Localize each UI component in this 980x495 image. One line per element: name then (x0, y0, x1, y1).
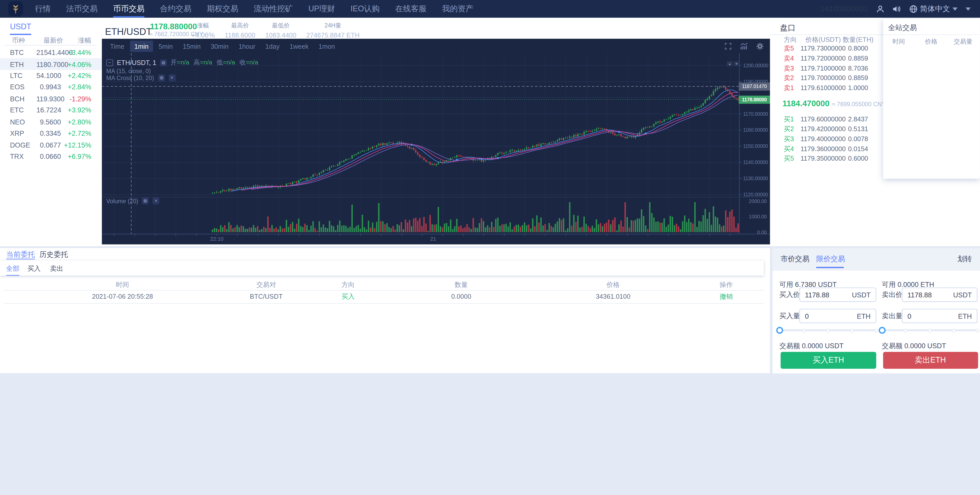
watchlist-header: 币种 (12, 36, 39, 45)
market-section: USDT 币种最新价涨幅 BTC21541.4400+3.44%ETH1180.… (0, 18, 980, 246)
interval-1week[interactable]: 1week (285, 40, 313, 51)
chevron-down-icon (953, 7, 958, 10)
ma-close-icon[interactable]: × (169, 74, 175, 81)
interval-15min[interactable]: 15min (178, 40, 205, 51)
ticker-stat: 最高价1188.6000 (225, 22, 255, 39)
slider-step-dot[interactable] (952, 329, 955, 332)
volume-settings-gear-icon[interactable] (142, 198, 149, 204)
nav-item-期权交易[interactable]: 期权交易 (207, 0, 238, 18)
interval-30min[interactable]: 30min (206, 40, 233, 51)
candlestick-plot[interactable]: 1200.000001190.000001170.000001160.00000… (102, 53, 770, 244)
watchlist-row-EOS[interactable]: EOS0.9943+2.84% (0, 81, 102, 93)
nav-item-币币交易[interactable]: 币币交易 (113, 0, 145, 18)
interval-1mon[interactable]: 1mon (314, 40, 339, 51)
svg-text:1120.00000: 1120.00000 (743, 192, 768, 197)
transfer-link[interactable]: 划转 (958, 248, 972, 270)
buy-eth-button[interactable]: 买入ETH (781, 352, 877, 369)
watchlist-row-ETH[interactable]: ETH1180.7000+4.06% (0, 59, 102, 70)
slider-step-dot[interactable] (976, 329, 979, 332)
language-selector[interactable]: 简体中文 (910, 3, 958, 14)
svg-text:1200.00000: 1200.00000 (743, 62, 768, 68)
filter-all[interactable]: 全部 (6, 260, 19, 275)
trade-tabs-bar: 市价交易 限价交易 划转 (773, 248, 980, 270)
globe-icon (910, 5, 918, 13)
indicator-icon[interactable] (740, 42, 748, 50)
kline-chart: Time1min5min15min30min1hour1day1week1mon… (102, 39, 770, 244)
buy-total: 交易额 0.0000 USDT (780, 341, 843, 351)
interval-Time[interactable]: Time (106, 40, 129, 51)
announcement-speaker-icon[interactable] (892, 5, 901, 13)
interval-1day[interactable]: 1day (261, 40, 284, 51)
slider-step-dot[interactable] (802, 329, 805, 332)
watchlist-row-BTC[interactable]: BTC21541.4400+3.44% (0, 47, 102, 59)
orders-section: 当前委托 历史委托 全部 买入 卖出 时间交易对方向数量价格操作 2021-07… (0, 248, 770, 373)
sell-price-unit: USDT (953, 291, 972, 299)
sell-price-label: 卖出价 (882, 287, 902, 302)
interval-1hour[interactable]: 1hour (234, 40, 260, 51)
user-icon[interactable] (876, 5, 885, 13)
ma-settings-gear-icon[interactable] (158, 74, 165, 81)
nav-item-行情[interactable]: 行情 (35, 0, 51, 18)
watchlist-row-BCH[interactable]: BCH119.9300-1.29% (0, 93, 102, 104)
watchlist-row-TRX[interactable]: TRX0.0660+6.97% (0, 150, 102, 162)
divider (4, 290, 764, 291)
tab-open-orders[interactable]: 当前委托 (6, 250, 35, 259)
account-chevron-down-icon[interactable] (966, 7, 970, 10)
collapse-pane-icon[interactable]: − (106, 59, 113, 66)
nav-item-我的资产[interactable]: 我的资产 (442, 0, 474, 18)
market-trades-header: 交易量 (947, 37, 979, 46)
interval-5min[interactable]: 5min (154, 40, 177, 51)
tab-order-history[interactable]: 历史委托 (40, 250, 68, 259)
pane-up-arrow-icon[interactable]: ▲ (727, 61, 732, 66)
user-id-watermark: 14100000002 (820, 4, 868, 13)
watchlist-row-ETC[interactable]: ETC16.7224+3.92% (0, 104, 102, 116)
watchlist-row-NEO[interactable]: NEO9.5600+2.80% (0, 116, 102, 128)
watchlist-row-XRP[interactable]: XRP0.3345+2.72% (0, 128, 102, 139)
filter-sell[interactable]: 卖出 (50, 260, 63, 275)
orders-header: 时间 (73, 280, 173, 289)
watchlist-row-DOGE[interactable]: DOGE0.0677+12.15% (0, 139, 102, 151)
orders-header: 方向 (298, 280, 398, 289)
buy-amount-value[interactable]: 0 (805, 313, 857, 320)
sell-slider-handle[interactable] (879, 327, 886, 334)
cancel-order-link[interactable]: 撤销 (676, 292, 776, 301)
sell-eth-button[interactable]: 卖出ETH (883, 352, 978, 369)
tab-usdt-market[interactable]: USDT (10, 22, 31, 35)
buy-slider-handle[interactable] (776, 327, 783, 334)
svg-text:1160.00000: 1160.00000 (743, 127, 768, 133)
orderbook-mid-price: 1184.470000 (783, 99, 829, 108)
nav-item-流动性挖矿[interactable]: 流动性挖矿 (254, 0, 293, 18)
series-settings-gear-icon[interactable] (160, 59, 167, 66)
sell-price-input[interactable]: 1178.88 USDT (902, 287, 977, 302)
brand-logo[interactable] (8, 1, 23, 16)
orderbook-header: 方向 (784, 36, 797, 45)
chart-settings-gear-icon[interactable] (756, 42, 764, 50)
slider-step-dot[interactable] (875, 329, 878, 332)
fullscreen-icon[interactable] (724, 42, 732, 50)
watchlist-row-LTC[interactable]: LTC54.1000+2.42% (0, 70, 102, 81)
buy-price-input[interactable]: 1178.88 USDT (799, 287, 877, 302)
nav-item-在线客服[interactable]: 在线客服 (395, 0, 426, 18)
nav-item-法币交易[interactable]: 法币交易 (66, 0, 97, 18)
active-tab-underline (6, 259, 35, 259)
interval-1min[interactable]: 1min (130, 40, 153, 51)
nav-item-合约交易[interactable]: 合约交易 (160, 0, 191, 18)
buy-amount-input[interactable]: 0 ETH (799, 309, 877, 323)
nav-item-UP理财[interactable]: UP理财 (309, 0, 335, 18)
tab-market-order[interactable]: 市价交易 (781, 248, 810, 270)
legend-ohlc: 开=n/a高=n/a低=n/a收=n/a (170, 58, 258, 67)
pane-down-arrow-icon[interactable]: ▼ (734, 61, 740, 66)
nav-item-IEO认购[interactable]: IEO认购 (351, 0, 380, 18)
volume-close-icon[interactable]: × (153, 198, 159, 204)
active-tab-underline (816, 267, 843, 268)
sell-amount-input[interactable]: 0 ETH (902, 309, 977, 323)
sell-price-value[interactable]: 1178.88 (907, 291, 953, 299)
buy-amount-label: 买入量 (780, 309, 800, 323)
filter-buy[interactable]: 买入 (27, 260, 41, 275)
buy-price-value[interactable]: 1178.88 (805, 291, 852, 299)
watchlist: BTC21541.4400+3.44%ETH1180.7000+4.06%LTC… (0, 47, 102, 162)
svg-text:0.00: 0.00 (757, 229, 767, 235)
ohlc-低: 低=n/a (216, 58, 235, 67)
sell-amount-value[interactable]: 0 (907, 313, 958, 320)
divider (883, 34, 980, 35)
